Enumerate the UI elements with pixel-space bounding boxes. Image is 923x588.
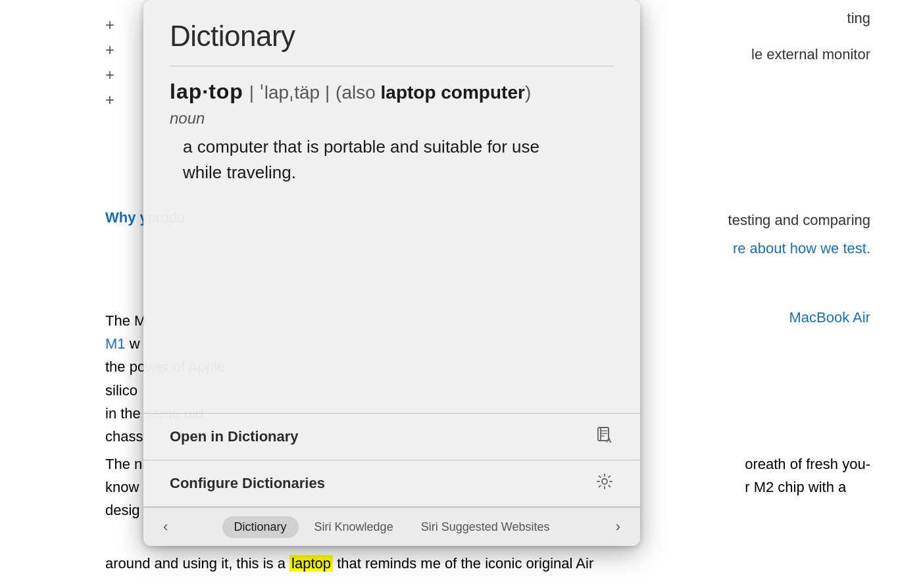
why-link[interactable]: Why y bbox=[105, 209, 148, 226]
the-m-text: The M bbox=[105, 312, 146, 329]
breath-snippet: oreath of fresh you- bbox=[745, 456, 870, 472]
design-text: desig bbox=[105, 502, 140, 518]
open-in-dictionary-icon: A bbox=[595, 426, 614, 448]
configure-dictionaries-label: Configure Dictionaries bbox=[170, 475, 325, 492]
ext-monitor-text: le external monitor bbox=[751, 46, 870, 63]
w-text: w bbox=[130, 335, 140, 352]
open-in-dictionary-item[interactable]: Open in Dictionary A bbox=[143, 414, 640, 460]
dict-word: lap·top bbox=[170, 80, 243, 103]
dict-pronunciation: | ˈlapˌtäp | bbox=[249, 82, 330, 103]
dict-pos: noun bbox=[170, 109, 614, 128]
iconic-text: that reminds me of the iconic original A… bbox=[337, 555, 593, 572]
dict-definition: a computer that is portable and suitable… bbox=[183, 134, 614, 185]
the-n-text: The n bbox=[105, 456, 142, 472]
svg-point-6 bbox=[602, 479, 607, 484]
dict-tabbar: ‹ Dictionary Siri Knowledge Siri Suggest… bbox=[143, 507, 640, 546]
open-in-dictionary-label: Open in Dictionary bbox=[170, 428, 299, 445]
dict-word-line: lap·top | ˈlapˌtäp | (also laptop comput… bbox=[170, 80, 614, 104]
know-text: know bbox=[105, 479, 139, 495]
breath-text: oreath of fresh you- r M2 chip with a bbox=[745, 453, 870, 499]
svg-text:A: A bbox=[606, 435, 612, 444]
tab-siri-knowledge[interactable]: Siri Knowledge bbox=[303, 516, 405, 538]
testing-comparing-text: testing and comparing bbox=[728, 212, 870, 229]
dict-also-word: laptop computer bbox=[381, 82, 525, 103]
macbook-air-link-right[interactable]: MacBook Air bbox=[789, 309, 871, 326]
configure-icon bbox=[595, 472, 614, 495]
macbook-air-right-link[interactable]: MacBook Air bbox=[789, 309, 871, 326]
macbook-link[interactable]: M1 bbox=[105, 335, 126, 352]
laptop-highlighted: laptop bbox=[289, 555, 333, 572]
tab-dictionary[interactable]: Dictionary bbox=[222, 516, 299, 538]
around-text: around and using it, this is a bbox=[105, 555, 286, 572]
chassis: chass bbox=[105, 428, 143, 445]
around-paragraph: around and using it, this is a laptop th… bbox=[105, 552, 593, 574]
dictionary-popup: Dictionary lap·top | ˈlapˌtäp | (also la… bbox=[143, 0, 640, 546]
tab-next-button[interactable]: › bbox=[609, 516, 627, 538]
m2-chip-text: r M2 chip with a bbox=[745, 479, 846, 495]
dict-content-area: Dictionary lap·top | ˈlapˌtäp | (also la… bbox=[143, 0, 640, 413]
dict-actions: Open in Dictionary A Configure Dictionar… bbox=[143, 413, 640, 507]
silicon: silico bbox=[105, 382, 137, 399]
dict-title: Dictionary bbox=[170, 20, 614, 53]
dict-title-divider bbox=[170, 66, 614, 66]
tab-prev-button[interactable]: ‹ bbox=[157, 516, 174, 538]
learn-more-link[interactable]: re about how we test. bbox=[733, 240, 870, 257]
tab-siri-suggested[interactable]: Siri Suggested Websites bbox=[409, 516, 562, 538]
tab-pills: Dictionary Siri Knowledge Siri Suggested… bbox=[174, 516, 609, 538]
the-n-paragraph: The n know desig bbox=[105, 453, 142, 522]
configure-dictionaries-item[interactable]: Configure Dictionaries bbox=[143, 460, 640, 507]
dict-also-close: ) bbox=[525, 82, 531, 103]
top-right-snippet: ting bbox=[847, 10, 870, 27]
dict-also-prefix: (also bbox=[336, 82, 380, 103]
